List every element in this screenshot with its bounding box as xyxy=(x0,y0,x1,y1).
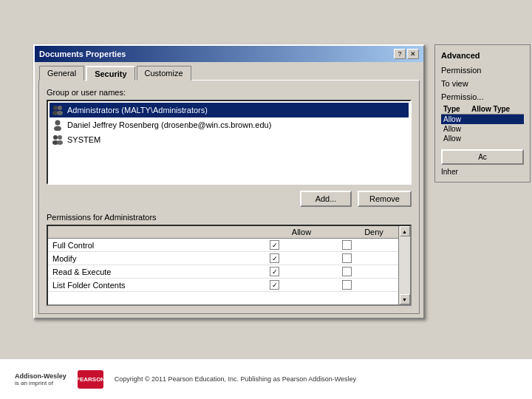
perm-name-header xyxy=(48,226,265,239)
user-icon xyxy=(52,119,64,131)
perm-modify: Modify xyxy=(48,252,265,265)
svg-point-1 xyxy=(58,106,62,110)
table-row: List Folder Contents xyxy=(48,279,410,292)
allow-checkbox-read-execute[interactable] xyxy=(270,267,279,276)
footer-logo: Addison-Wesley is an imprint of xyxy=(15,372,66,386)
dialog-title: Documents Properties xyxy=(39,50,126,58)
pearson-badge: PEARSON xyxy=(78,370,103,389)
svg-point-6 xyxy=(53,135,58,140)
ac-button[interactable]: Ac xyxy=(441,149,524,165)
user-item-system[interactable]: SYSTEM xyxy=(50,132,409,147)
user-item-daniel[interactable]: Daniel Jeffrey Rosenberg (drosenbe@win.c… xyxy=(50,117,409,132)
group-icon xyxy=(52,104,64,116)
allow-full-control[interactable] xyxy=(265,239,338,252)
dialog-window: Documents Properties ? ✕ General Securit… xyxy=(33,44,425,319)
permission-row-2[interactable]: Allow xyxy=(441,124,524,134)
scroll-track xyxy=(399,236,410,294)
help-button[interactable]: ? xyxy=(394,49,406,59)
perm-list-folder: List Folder Contents xyxy=(48,279,265,292)
scrollbar[interactable]: ▲ ▼ xyxy=(398,226,410,304)
user-action-buttons: Add... Remove xyxy=(47,191,412,207)
table-row: Modify xyxy=(48,252,410,265)
row-type-2: Allow xyxy=(441,124,469,134)
user-item-administrators[interactable]: Administrators (MALTY\Administrators) xyxy=(50,103,409,117)
allow-checkbox-list-folder[interactable] xyxy=(270,280,279,290)
tab-strip: General Security Customize xyxy=(35,62,423,80)
perm-full-control: Full Control xyxy=(48,239,265,252)
advanced-title: Advanced xyxy=(441,51,524,60)
allow-list-folder[interactable] xyxy=(265,279,338,292)
allow-read-execute[interactable] xyxy=(265,265,338,279)
svg-point-0 xyxy=(53,106,58,110)
allow-type-col-header: Allow Type xyxy=(469,104,524,115)
row-type-3: Allow xyxy=(441,134,469,143)
tab-customize[interactable]: Customize xyxy=(137,66,191,81)
close-button[interactable]: ✕ xyxy=(407,49,419,59)
perm-label: Permissio... xyxy=(441,92,524,101)
svg-point-3 xyxy=(57,111,63,115)
permission-row-selected[interactable]: Allow xyxy=(441,115,524,125)
aw-brand: Addison-Wesley xyxy=(15,372,66,380)
permissions-table: Allow Deny Full Control xyxy=(48,226,410,292)
row-allow-2 xyxy=(469,124,524,134)
aw-sub: is an imprint of xyxy=(15,380,53,386)
table-row: Full Control xyxy=(48,239,410,252)
row-allow-1 xyxy=(469,115,524,125)
advanced-panel: Advanced Permission To view Permissio...… xyxy=(434,44,531,183)
scroll-up-button[interactable]: ▲ xyxy=(400,226,410,236)
allow-checkbox-full-control[interactable] xyxy=(270,240,279,250)
scroll-down-button[interactable]: ▼ xyxy=(400,294,410,304)
system-icon xyxy=(52,134,64,146)
permission-text: Permission xyxy=(441,66,524,75)
svg-point-4 xyxy=(55,120,61,126)
footer: Addison-Wesley is an imprint of PEARSON … xyxy=(0,358,532,399)
perm-read-execute: Read & Execute xyxy=(48,265,265,279)
row-type-1: Allow xyxy=(441,115,469,125)
allow-header: Allow xyxy=(265,226,338,239)
to-view-text: To view xyxy=(441,79,524,88)
title-bar-buttons: ? ✕ xyxy=(394,49,419,59)
deny-checkbox-full-control[interactable] xyxy=(342,240,352,250)
remove-button[interactable]: Remove xyxy=(358,191,412,207)
row-allow-3 xyxy=(469,134,524,143)
permission-row-3[interactable]: Allow xyxy=(441,134,524,143)
permission-type-table: Type Allow Type Allow Allow Allow xyxy=(441,104,524,143)
tab-security[interactable]: Security xyxy=(86,66,134,81)
permissions-table-container: Allow Deny Full Control xyxy=(47,225,412,306)
advanced-bottom-buttons: Ac Inher xyxy=(441,149,524,176)
page-background: Documents Properties ? ✕ General Securit… xyxy=(0,0,532,399)
svg-point-5 xyxy=(54,126,61,132)
security-tab-content: Group or user names: Administrators (MAL… xyxy=(38,80,420,314)
allow-checkbox-modify[interactable] xyxy=(270,253,279,263)
deny-checkbox-list-folder[interactable] xyxy=(342,280,352,290)
type-col-header: Type xyxy=(441,104,469,115)
inher-label: Inher xyxy=(441,168,524,176)
group-label: Group or user names: xyxy=(47,88,412,97)
allow-modify[interactable] xyxy=(265,252,338,265)
title-bar: Documents Properties ? ✕ xyxy=(35,46,423,62)
svg-point-9 xyxy=(57,140,63,145)
footer-copyright: Copyright © 2011 Pearson Education, Inc.… xyxy=(115,375,356,383)
svg-point-7 xyxy=(58,135,62,140)
deny-checkbox-read-execute[interactable] xyxy=(342,267,352,276)
user-listbox[interactable]: Administrators (MALTY\Administrators) Da… xyxy=(47,100,412,185)
table-row: Read & Execute xyxy=(48,265,410,279)
permissions-label: Permissions for Administrators xyxy=(47,213,412,222)
add-button[interactable]: Add... xyxy=(300,191,352,207)
deny-checkbox-modify[interactable] xyxy=(342,253,352,263)
tab-general[interactable]: General xyxy=(39,66,84,81)
